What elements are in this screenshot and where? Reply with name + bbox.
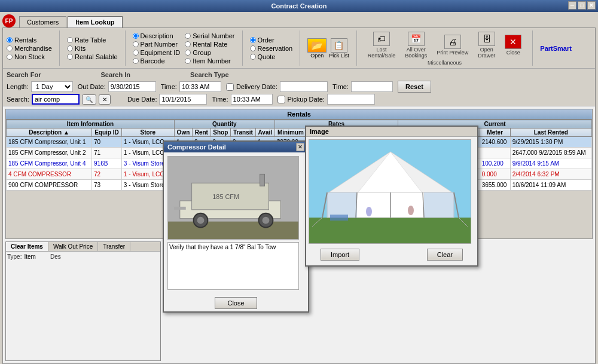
radio-serial-number[interactable]: Serial Number (185, 32, 234, 39)
open-icon: 📂 (307, 38, 327, 53)
col-desc: Description ▲ (7, 129, 92, 137)
radio-rentals[interactable]: Rentals (7, 36, 52, 44)
desc-label: Des (50, 253, 61, 260)
pick-list-icon: 📋 (331, 38, 347, 53)
type-label: Type: (7, 253, 22, 260)
table-cell: 185 CFM Compressor, Unit 1 (7, 137, 92, 148)
table-cell: 4 CFM COMPRESSOR (7, 169, 92, 180)
reset-button[interactable]: Reset (398, 81, 431, 93)
pickup-date-checkbox[interactable] (277, 96, 285, 103)
tab-walk-out-price[interactable]: Walk Out Price (48, 242, 98, 251)
table-cell: 70 (92, 137, 122, 148)
out-time-input[interactable] (179, 81, 221, 92)
search-go-button[interactable]: 🔍 (82, 94, 96, 105)
import-clear-row: Import Clear (309, 246, 475, 263)
compressor-close-button[interactable]: Close (215, 297, 257, 309)
col-meter: Meter (480, 129, 510, 137)
pick-list-button[interactable]: 📋 Pick List (329, 38, 349, 59)
maximize-button[interactable]: □ (578, 1, 586, 10)
all-over-bookings-button[interactable]: 📅 All OverBookings (401, 30, 431, 60)
table-cell: 900 CFM COMPRESSOR (7, 180, 92, 191)
compressor-popup-close-icon[interactable]: ✕ (296, 143, 304, 151)
pickup-date-input[interactable] (327, 94, 375, 105)
due-time-label: Time: (212, 96, 228, 103)
table-cell: 185 CFM Compressor, Unit 4 (7, 158, 92, 169)
svg-point-7 (263, 217, 270, 224)
radio-rental-rate[interactable]: Rental Rate (185, 41, 234, 48)
tab-transfer[interactable]: Transfer (98, 242, 130, 251)
table-cell: 3655.000 (480, 180, 510, 191)
due-time-input[interactable] (231, 94, 273, 105)
open-drawer-button[interactable]: 🗄 OpenDrawer (474, 30, 499, 60)
window-title: Contract Creation (271, 2, 327, 10)
out-date-input[interactable] (108, 81, 156, 92)
minimize-button[interactable]: ─ (568, 1, 576, 10)
search-input[interactable] (32, 94, 80, 105)
radio-non-stock[interactable]: Non Stock (7, 53, 52, 60)
bottom-tabs: Clear Items Walk Out Price Transfer (6, 242, 160, 252)
due-date-input[interactable] (159, 94, 207, 105)
print-preview-button[interactable]: 🖨 Print Preview (433, 33, 472, 57)
radio-order[interactable]: Order (250, 36, 293, 44)
radio-kits[interactable]: Kits (67, 45, 118, 52)
rentals-title: Rentals (6, 109, 592, 120)
radio-equipment-id[interactable]: Equipment ID (133, 49, 181, 56)
table-cell: 10/6/2014 11:09 AM (510, 180, 591, 191)
delivery-date-input[interactable] (280, 81, 328, 92)
table-cell: 2647.000 9/2/2015 8:59 AM (510, 148, 591, 158)
svg-rect-17 (327, 192, 357, 218)
table-cell: 71 (92, 148, 122, 158)
delivery-time-input[interactable] (351, 81, 393, 92)
partsmart-label[interactable]: PartSmart (540, 45, 572, 52)
radio-merchandise[interactable]: Merchandise (7, 45, 52, 52)
table-cell: 9/9/2014 9:15 AM (510, 158, 591, 169)
compressor-image: 185 CFM (167, 156, 299, 240)
radio-rate-table[interactable]: Rate Table (67, 36, 118, 44)
tab-clear-items[interactable]: Clear Items (6, 242, 48, 251)
radio-barcode[interactable]: Barcode (133, 57, 181, 65)
tab-customers[interactable]: Customers (19, 16, 66, 27)
import-button[interactable]: Import (321, 249, 359, 261)
lost-rental-button[interactable]: 🏷 LostRental/Sale (364, 30, 399, 60)
col-rent: Rent (192, 129, 210, 137)
radio-description[interactable]: Description (133, 32, 181, 39)
search-label: Search: (7, 96, 29, 103)
svg-point-27 (408, 206, 414, 215)
bottom-content: Type: Item Des (6, 252, 160, 360)
tab-item-lookup[interactable]: Item Lookup (68, 16, 122, 27)
radio-reservation[interactable]: Reservation (250, 45, 293, 52)
radio-rental-salable[interactable]: Rental Salable (67, 53, 118, 60)
col-own: Own (174, 129, 192, 137)
misc-label: Miscellaneous (364, 60, 526, 66)
close-window-button[interactable]: ✕ (587, 1, 596, 10)
time-label: Time: (161, 83, 177, 90)
image-popup-content: Import Clear (306, 137, 477, 265)
compressor-notes-textarea[interactable]: Verify that they have a 1 7/8" Bal To To… (167, 242, 299, 290)
type-value: Item (24, 253, 35, 260)
col-min: Minimum (274, 129, 306, 137)
table-cell: 73 (92, 180, 122, 191)
radio-quote[interactable]: Quote (250, 53, 293, 60)
table-cell: 0.000 (480, 169, 510, 180)
length-select[interactable]: 1 Day (31, 81, 73, 92)
col-shop: Shop (210, 129, 231, 137)
compressor-svg: 185 CFM (168, 156, 298, 240)
open-button[interactable]: 📂 Open (307, 38, 327, 59)
lost-rental-icon: 🏷 (373, 32, 390, 46)
search-clear-button[interactable]: ✕ (99, 94, 111, 105)
radio-group[interactable]: Group (185, 49, 234, 56)
clear-button[interactable]: Clear (427, 249, 463, 261)
delivery-date-label: Delivery Date: (236, 83, 277, 90)
radio-part-number[interactable]: Part Number (133, 41, 181, 48)
table-cell: 916B (92, 158, 122, 169)
delivery-date-checkbox[interactable] (226, 83, 234, 91)
out-date-label: Out Date: (78, 83, 106, 90)
svg-rect-1 (168, 222, 298, 240)
table-cell: 100.200 (480, 158, 510, 169)
close-button[interactable]: ✕ Close (501, 33, 525, 57)
table-cell: 2140.600 (480, 137, 510, 148)
radio-item-number[interactable]: Item Number (185, 57, 234, 65)
search-for-label: Search For (7, 71, 41, 78)
title-bar: Contract Creation ─ □ ✕ (0, 0, 598, 12)
search-type-label: Search Type (190, 71, 229, 78)
